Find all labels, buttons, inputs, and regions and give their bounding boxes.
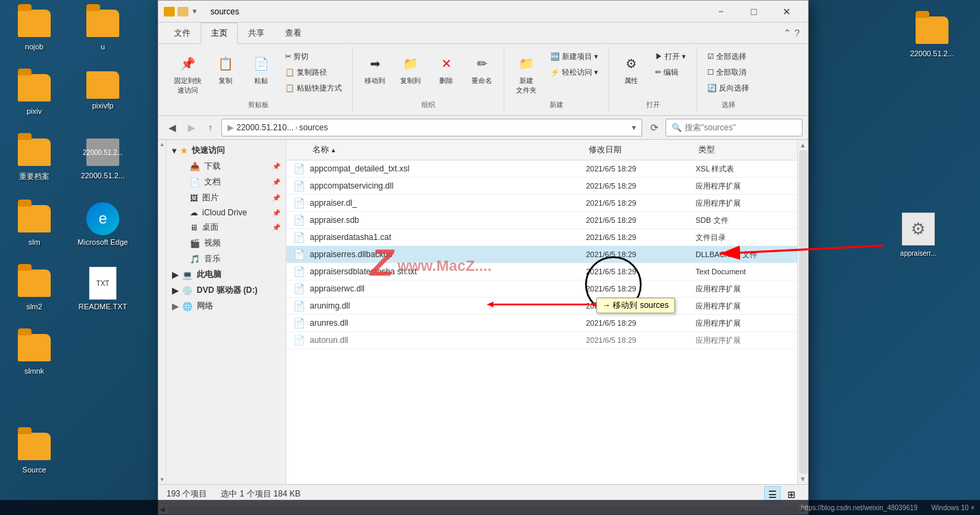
file-row-9[interactable]: 📄 arunres.dll 2021/6/5 18:29 应用程序扩展 [286,315,797,332]
col-header-date[interactable]: 修改日期 [586,143,696,157]
desktop-icons-right: 22000.51.2... [884,0,980,515]
sidebar-quickaccess-label: 快速访问 [192,145,225,156]
ribbon-btn-selectall[interactable]: ☑ 全部选择 [702,49,754,64]
desktop-icon-u[interactable]: u [75,7,130,51]
file-row-3[interactable]: 📄 appraiser.sdb 2021/6/5 18:29 SDB 文件 [286,212,797,229]
search-box[interactable]: 🔍 [665,119,803,136]
file-row-1[interactable]: 📄 appcompatservicing.dll 2021/6/5 18:29 … [286,178,797,195]
ribbon-btn-pasteshortcut[interactable]: 📋 粘贴快捷方式 [280,81,347,95]
pin-icon-download: 📌 [272,163,280,170]
desktop-icon-readme[interactable]: TXT README.TXT [75,267,130,311]
paste-icon: 📄 [250,53,272,75]
ribbon-btn-open[interactable]: ▶ 打开 ▾ [650,49,691,64]
close-button[interactable]: ✕ [771,1,803,23]
sidebar-item-documents[interactable]: 📄 文档 📌 [167,174,286,190]
sidebar-item-pictures[interactable]: 🖼 图片 📌 [167,190,286,206]
tab-share[interactable]: 共享 [238,23,275,44]
file-row-6[interactable]: 📄 appraisersdblatestosha sh.txt 2021/6/5… [286,263,797,280]
desktop-icon-22000-right[interactable]: 22000.51.2... [905,14,959,58]
expand-icon: ▾ [172,146,176,156]
sidebar-scroll[interactable]: ▲ ▼ [158,140,167,484]
desktop-icon-slm[interactable]: slm [7,202,62,246]
sidebar-item-download[interactable]: 📥 下载 📌 [167,158,286,174]
scroll-thumb[interactable] [799,150,807,474]
sidebar-dvd-header[interactable]: ▶ 💿 DVD 驱动器 (D:) [167,283,286,298]
tab-file[interactable]: 文件 [164,23,201,44]
window-controls: － □ ✕ [705,1,803,23]
select-buttons: ☑ 全部选择 ☐ 全部取消 🔄 反向选择 [702,49,754,95]
sidebar-item-music[interactable]: 🎵 音乐 [167,251,286,267]
file-row-5[interactable]: 📄 appraiserres.dllbackup 2021/6/5 18:29 … [286,246,797,263]
desktop-icon-pixiv[interactable]: pixiv [7,71,62,115]
ribbon-btn-easyaccess[interactable]: ⚡ 轻松访问 ▾ [546,65,603,80]
ribbon-btn-pin[interactable]: 📌 固定到快速访问 [169,49,206,99]
desktop-icon-nojob[interactable]: nojob [7,7,62,51]
col-header-type[interactable]: 类型 [696,143,792,157]
desktop-icon: 🖥 [190,223,198,232]
maximize-button[interactable]: □ [738,1,770,23]
scroll-up-arrow[interactable]: ▲ [800,141,807,149]
ribbon-btn-newitem[interactable]: 🆕 新建项目 ▾ [546,49,603,64]
path-dropdown-icon[interactable]: ▾ [632,123,636,132]
ribbon-btn-selectnone[interactable]: ☐ 全部取消 [702,65,754,80]
minimize-button[interactable]: － [705,1,737,23]
sidebar-item-desktop[interactable]: 🖥 桌面 📌 [167,219,286,235]
sidebar-quickaccess-header[interactable]: ▾ ★ 快速访问 [167,143,286,158]
bottom-bar: https://blog.csdn.net/weixin_48039619 Wi… [0,500,980,515]
search-input[interactable] [685,123,796,132]
scroll-down-arrow[interactable]: ▼ [800,475,807,483]
desktop-icon-slm2[interactable]: slm2 [7,267,62,311]
up-button[interactable]: ↑ [202,119,219,136]
forward-button[interactable]: ▶ [183,119,199,136]
ribbon-btn-copy[interactable]: 📋 复制 [209,49,242,89]
ribbon-btn-rename[interactable]: ✏ 重命名 [465,49,498,89]
sidebar-item-video[interactable]: 🎬 视频 [167,235,286,251]
sidebar-dvd-label: DVD 驱动器 (D:) [197,285,258,296]
refresh-button[interactable]: ⟳ [646,119,663,136]
address-path[interactable]: ▶ 22000.51.210... › sources ▾ [221,119,642,136]
sidebar-thispc-header[interactable]: ▶ 💻 此电脑 [167,267,286,283]
tab-view[interactable]: 查看 [275,23,312,44]
back-button[interactable]: ◀ [164,119,180,136]
ribbon-btn-copyto[interactable]: 📁 复制到 [394,49,427,89]
ribbon-btn-paste[interactable]: 📄 粘贴 [245,49,278,89]
ribbon-btn-copypath[interactable]: 📋 复制路径 [280,65,347,80]
item-count: 193 个项目 [167,488,207,500]
ribbon-btn-edit[interactable]: ✏ 编辑 [650,65,691,80]
file-row-7[interactable]: 📄 appraiserwc.dll 2021/6/5 18:29 应用程序扩展 [286,280,797,298]
desktop-icon-edge[interactable]: e Microsoft Edge [75,202,130,246]
desktop-icon-source[interactable]: Source [7,430,62,474]
file-row-8[interactable]: 📄 arunimg.dll 2021/6/5 18:29 应用程序扩展 [286,298,797,315]
sidebar-network-label: 网络 [197,300,213,312]
sidebar-item-icloud[interactable]: ☁ iCloud Drive 📌 [167,206,286,219]
desktop-icon-22000[interactable]: 22000.51.2... 22000.51.2... [75,136,130,182]
ribbon-help-btn[interactable]: ? [794,27,800,38]
file-row-0[interactable]: 📄 appcompat_detailed_txt.xsl 2021/6/5 18… [286,160,797,178]
col-header-name[interactable]: 名称 ▲ [310,143,586,157]
clipboard-label: 剪贴板 [248,100,269,110]
ribbon-btn-newfolder[interactable]: 📁 新建文件夹 [510,49,543,99]
file-area: 名称 ▲ 修改日期 类型 📄 appcompat_detailed_ [286,140,797,484]
ribbon-btn-cut[interactable]: ✂ 剪切 [280,49,347,64]
video-icon: 🎬 [190,239,200,248]
desktop-icon-important[interactable]: 重要档案 [7,136,62,182]
ribbon: 文件 主页 共享 查看 ⌃ ? 📌 固定到快速 [158,23,808,116]
ribbon-btn-moveto[interactable]: ➡ 移动到 [358,49,391,89]
sidebar-network-header[interactable]: ▶ 🌐 网络 [167,298,286,314]
file-row-2[interactable]: 📄 appraiser.dl_ 2021/6/5 18:29 应用程序扩展 [286,195,797,212]
ribbon-btn-delete[interactable]: ✕ 删除 [430,49,463,89]
desktop-icon-slmnk[interactable]: slmnk [7,331,62,375]
path-part-1: 22000.51.210... [236,123,293,132]
desktop-icon-pixivfp[interactable]: pixivfp [75,71,130,115]
file-type-8: 应用程序扩展 [696,301,792,311]
file-row-4[interactable]: 📄 appraiserdatasha1.cat 2021/6/5 18:29 文… [286,229,797,246]
ribbon-collapse-btn[interactable]: ⌃ [783,27,792,38]
ribbon-btn-properties[interactable]: ⚙ 属性 [615,49,648,89]
file-icon-3: 📄 [292,215,306,226]
main-area: ▲ ▼ ▾ ★ 快速访问 📥 下载 📌 [158,140,808,484]
ribbon-btn-invertselect[interactable]: 🔄 反向选择 [702,81,754,95]
tab-home[interactable]: 主页 [201,23,238,44]
file-list-scrollbar[interactable]: ▲ ▼ [797,140,808,484]
file-name-8: arunimg.dll [310,301,586,311]
file-row-10[interactable]: 📄 autorun.dll 2021/6/5 18:29 应用程序扩展 [286,332,797,349]
